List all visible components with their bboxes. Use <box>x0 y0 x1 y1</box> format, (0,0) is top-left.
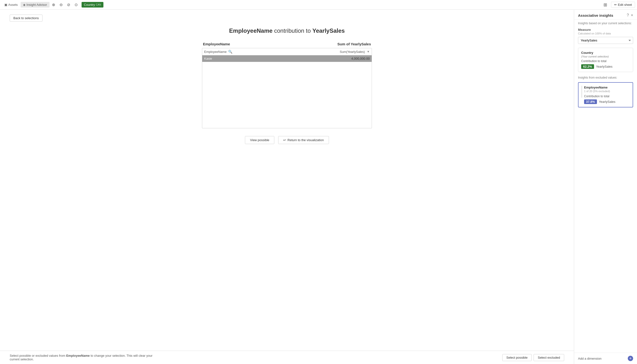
tool-lasso[interactable]: ⊘ <box>65 2 72 8</box>
tool-zoom-out[interactable]: ⊖ <box>58 2 65 8</box>
action-buttons: View possible ↩ Return to the visualizat… <box>245 136 329 144</box>
bar-line <box>581 86 582 98</box>
measure-section: Measure Calculated on 100% of data Yearl… <box>574 26 637 46</box>
view-possible-label: View possible <box>250 138 269 142</box>
excluded-card-content: EmployeeName 1 of 20 (5% excluded) Contr… <box>584 86 630 104</box>
current-selection-card: Country (Your current selection) Contrib… <box>578 48 633 72</box>
add-dimension-row: Add a dimension + <box>574 352 637 364</box>
tool-target[interactable]: ⊙ <box>73 2 80 8</box>
help-icon: ? <box>627 13 629 17</box>
return-viz-label: Return to the visualization <box>287 138 324 142</box>
table-row[interactable]: Kasie 4,000,000.00 <box>202 55 372 62</box>
close-icon: × <box>631 13 633 17</box>
bottom-text-prefix: Select possible or excluded values from <box>10 354 66 358</box>
table-section: EmployeeName Sum of YearlySales Employee… <box>202 42 372 128</box>
card-country-title: Country <box>581 51 630 54</box>
view-possible-button[interactable]: View possible <box>245 136 274 144</box>
col-dimension-label: EmployeeName <box>203 42 230 46</box>
card-contribution-label: Contribution to total <box>581 60 630 63</box>
add-icon: + <box>629 356 632 360</box>
edit-pencil-icon: ✏ <box>614 3 617 6</box>
country-tab-label: Country <box>84 3 95 6</box>
layout: Back to selections EmployeeName contribu… <box>0 10 637 364</box>
card-your-selection: (Your current selection) <box>581 55 630 58</box>
contribution-row-purple: 37.8% YearlySales <box>584 100 630 104</box>
main-inner: Back to selections EmployeeName contribu… <box>0 10 574 351</box>
tool-buttons: ▣ Assets ◈ Insight Advisor ⊕ ⊖ ⊘ ⊙ <box>2 2 80 8</box>
contrib-measure-purple: YearlySales <box>599 100 615 104</box>
main-content: Back to selections EmployeeName contribu… <box>0 10 574 364</box>
sort-icon[interactable]: ▼ <box>367 50 370 53</box>
add-dimension-button[interactable]: + <box>628 356 633 361</box>
back-to-selections-button[interactable]: Back to selections <box>10 14 43 22</box>
topbar: ▣ Assets ◈ Insight Advisor ⊕ ⊖ ⊘ ⊙ Count… <box>0 0 637 10</box>
measure-title: Measure <box>578 28 633 32</box>
table-measure-header: Sum(YearlySales) <box>340 50 365 54</box>
help-button[interactable]: ? <box>627 13 629 18</box>
excluded-card-inner: EmployeeName 1 of 20 (5% excluded) Contr… <box>581 86 630 104</box>
return-visualization-button[interactable]: ↩ Return to the visualization <box>278 136 329 144</box>
return-arrow-icon: ↩ <box>283 138 286 142</box>
table-headers: EmployeeName Sum of YearlySales <box>202 42 372 46</box>
bottom-field-name: EmployeeName <box>66 354 90 358</box>
country-tab[interactable]: Country CAN <box>82 2 104 8</box>
page-title-dimension: EmployeeName <box>229 28 273 34</box>
contrib-badge-purple: 37.8% <box>584 100 597 104</box>
bottom-bar-text: Select possible or excluded values from … <box>10 354 155 361</box>
tool-zoom-in[interactable]: ⊕ <box>50 2 57 8</box>
select-excluded-button[interactable]: Select excluded <box>534 354 564 361</box>
grid-view-button[interactable]: ⊞ <box>601 1 609 8</box>
grid-icon: ⊞ <box>603 2 607 7</box>
topbar-right: ⊞ ✏ Edit sheet <box>601 1 635 8</box>
panel-title: Associative insights <box>578 13 613 18</box>
measure-sub: Calculated on 100% of data <box>578 32 633 35</box>
page-title: EmployeeName contribution to YearlySales <box>229 28 345 34</box>
excluded-card-sub: 1 of 20 (5% excluded) <box>584 90 630 93</box>
table-toolbar: EmployeeName 🔍 Sum(YearlySales) ▼ <box>202 48 372 55</box>
bottom-bar: Select possible or excluded values from … <box>0 351 574 364</box>
assets-button[interactable]: ▣ Assets <box>2 2 20 8</box>
bottom-bar-actions: Select possible Select excluded <box>502 354 564 361</box>
row-yearly-sales: 4,000,000.00 <box>351 57 370 60</box>
table-search-icon[interactable]: 🔍 <box>228 50 232 54</box>
excluded-card-title: EmployeeName <box>584 86 630 89</box>
table-toolbar-left: EmployeeName 🔍 <box>204 50 232 54</box>
add-dimension-label: Add a dimension <box>578 357 601 360</box>
page-title-middle: contribution to <box>273 28 312 34</box>
close-panel-button[interactable]: × <box>631 13 633 18</box>
contribution-row-green: 62.2% YearlySales <box>581 64 630 69</box>
assets-icon: ▣ <box>4 3 7 6</box>
edit-sheet-button[interactable]: ✏ Edit sheet <box>611 2 635 8</box>
country-tab-sub: CAN <box>96 4 101 6</box>
select-possible-button[interactable]: Select possible <box>502 354 532 361</box>
right-panel: Associative insights ? × Insights based … <box>574 10 637 364</box>
data-table: EmployeeName 🔍 Sum(YearlySales) ▼ Kasie … <box>202 48 372 128</box>
assets-label: Assets <box>8 3 18 6</box>
excluded-card: EmployeeName 1 of 20 (5% excluded) Contr… <box>578 82 633 108</box>
measure-dropdown[interactable]: YearlySales <box>578 37 633 44</box>
row-employee-name: Kasie <box>204 57 212 60</box>
contrib-measure-green: YearlySales <box>596 65 612 68</box>
col-measure-label: Sum of YearlySales <box>338 42 371 46</box>
insight-advisor-label: Insight Advisor <box>27 3 47 6</box>
select-possible-label: Select possible <box>506 356 527 360</box>
contrib-badge-green: 62.2% <box>581 64 594 69</box>
excluded-contribution-label: Contribution to total <box>584 94 630 98</box>
excluded-section-label: Insights from excluded values: <box>574 74 637 80</box>
edit-sheet-label: Edit sheet <box>618 3 632 6</box>
table-toolbar-right: Sum(YearlySales) ▼ <box>340 50 370 54</box>
select-excluded-label: Select excluded <box>538 356 560 360</box>
insight-icon: ◈ <box>23 3 26 6</box>
panel-header-icons: ? × <box>627 13 633 18</box>
table-body: Kasie 4,000,000.00 <box>202 55 372 128</box>
panel-header: Associative insights ? × <box>574 10 637 20</box>
back-label: Back to selections <box>13 16 39 20</box>
table-dim-name: EmployeeName <box>204 50 227 54</box>
panel-subtitle: Insights based on your current selection… <box>574 20 637 26</box>
insight-advisor-button[interactable]: ◈ Insight Advisor <box>21 2 50 8</box>
page-title-measure: YearlySales <box>312 28 345 34</box>
